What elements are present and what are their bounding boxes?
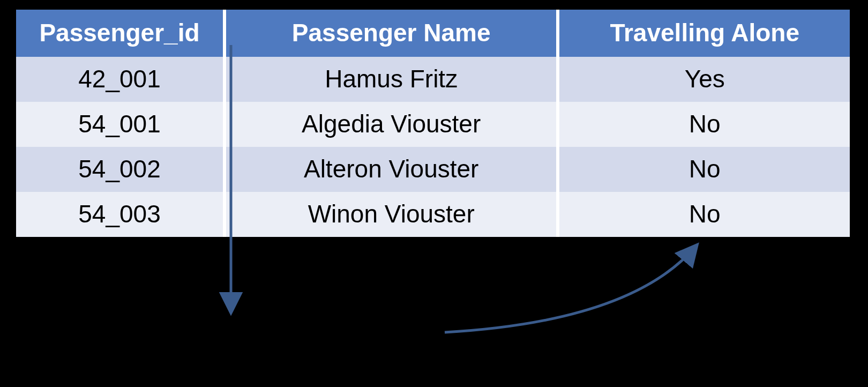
table-row: 54_001 Algedia Viouster No [16, 102, 850, 147]
cell-id: 42_001 [16, 57, 225, 102]
col-header-name: Passenger Name [225, 10, 558, 57]
passenger-table: Passenger_id Passenger Name Travelling A… [11, 4, 855, 242]
cell-alone: No [558, 147, 850, 192]
table-row: 54_002 Alteron Viouster No [16, 147, 850, 192]
col-header-id: Passenger_id [16, 10, 225, 57]
cell-name: Algedia Viouster [225, 102, 558, 147]
cell-id: 54_003 [16, 192, 225, 237]
cell-name: Alteron Viouster [225, 147, 558, 192]
cell-id: 54_001 [16, 102, 225, 147]
data-table: Passenger_id Passenger Name Travelling A… [16, 10, 850, 237]
cell-id: 54_002 [16, 147, 225, 192]
cell-alone: No [558, 192, 850, 237]
arrow-curve-icon [445, 245, 697, 332]
table-header-row: Passenger_id Passenger Name Travelling A… [16, 10, 850, 57]
cell-name: Winon Viouster [225, 192, 558, 237]
table-row: 54_003 Winon Viouster No [16, 192, 850, 237]
col-header-alone: Travelling Alone [558, 10, 850, 57]
table-row: 42_001 Hamus Fritz Yes [16, 57, 850, 102]
cell-alone: Yes [558, 57, 850, 102]
cell-alone: No [558, 102, 850, 147]
cell-name: Hamus Fritz [225, 57, 558, 102]
